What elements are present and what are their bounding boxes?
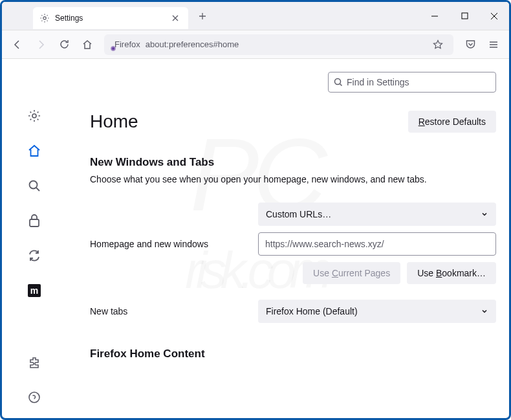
browser-tab[interactable]: Settings bbox=[33, 7, 188, 29]
sidebar-search-icon[interactable] bbox=[27, 178, 42, 193]
sidebar-sync-icon[interactable] bbox=[27, 248, 42, 263]
homepage-url-input[interactable] bbox=[258, 232, 496, 256]
close-window-button[interactable] bbox=[479, 2, 509, 30]
new-tab-button[interactable] bbox=[193, 7, 212, 25]
gear-icon bbox=[39, 13, 50, 23]
svg-rect-6 bbox=[30, 219, 39, 227]
page-title: Home bbox=[90, 111, 138, 132]
sidebar-home-icon[interactable] bbox=[27, 143, 42, 159]
chevron-down-icon bbox=[481, 210, 488, 218]
browser-toolbar: Firefox about:preferences#home bbox=[2, 30, 509, 59]
back-button[interactable] bbox=[7, 34, 28, 55]
sidebar-privacy-icon[interactable] bbox=[27, 213, 42, 228]
minimize-button[interactable] bbox=[420, 2, 450, 30]
url-path: about:preferences#home bbox=[146, 39, 239, 49]
menu-icon[interactable] bbox=[483, 34, 504, 55]
svg-point-8 bbox=[335, 79, 341, 85]
reload-button[interactable] bbox=[54, 34, 74, 55]
newtabs-label: New tabs bbox=[90, 306, 258, 316]
restore-defaults-button[interactable]: Restore Defaults bbox=[408, 111, 496, 133]
section-title: New Windows and Tabs bbox=[67, 156, 496, 169]
maximize-button[interactable] bbox=[450, 2, 479, 30]
settings-search-input[interactable] bbox=[347, 77, 490, 87]
settings-main: Home Restore Defaults New Windows and Ta… bbox=[67, 59, 509, 418]
homepage-mode-select[interactable]: Custom URLs… bbox=[258, 203, 496, 226]
homepage-row-label: Homepage and new windows bbox=[90, 239, 258, 249]
bookmark-star-icon[interactable] bbox=[428, 34, 448, 55]
svg-point-2 bbox=[43, 16, 46, 19]
section-description: Choose what you see when you open your h… bbox=[67, 174, 496, 184]
newtabs-select-value: Firefox Home (Default) bbox=[266, 306, 358, 316]
section2-title: Firefox Home Content bbox=[67, 348, 496, 360]
sidebar-more-icon[interactable]: m bbox=[27, 283, 42, 298]
window-titlebar: Settings bbox=[2, 2, 509, 30]
tab-title: Settings bbox=[55, 14, 169, 23]
homepage-select-value: Custom URLs… bbox=[266, 209, 331, 219]
search-icon bbox=[334, 78, 343, 87]
settings-search-box[interactable] bbox=[328, 72, 496, 93]
tab-close-button[interactable] bbox=[169, 12, 182, 25]
url-host: Firefox bbox=[114, 39, 140, 49]
use-bookmark-button[interactable]: Use Bookmark… bbox=[407, 262, 496, 284]
sidebar-general-icon[interactable] bbox=[27, 108, 42, 124]
forward-button[interactable] bbox=[30, 34, 51, 55]
home-button[interactable] bbox=[77, 34, 98, 55]
svg-point-4 bbox=[32, 114, 36, 118]
sidebar-extensions-icon[interactable] bbox=[27, 355, 42, 370]
sidebar-help-icon[interactable] bbox=[27, 390, 42, 405]
pocket-icon[interactable] bbox=[460, 34, 481, 55]
window-controls bbox=[420, 2, 509, 30]
chevron-down-icon bbox=[481, 307, 488, 315]
settings-sidebar: m bbox=[2, 59, 67, 418]
url-bar[interactable]: Firefox about:preferences#home bbox=[104, 34, 453, 55]
use-current-pages-button[interactable]: Use Current Pages bbox=[303, 262, 400, 284]
svg-point-5 bbox=[30, 181, 38, 189]
svg-rect-3 bbox=[462, 13, 468, 19]
newtabs-select[interactable]: Firefox Home (Default) bbox=[258, 300, 496, 323]
